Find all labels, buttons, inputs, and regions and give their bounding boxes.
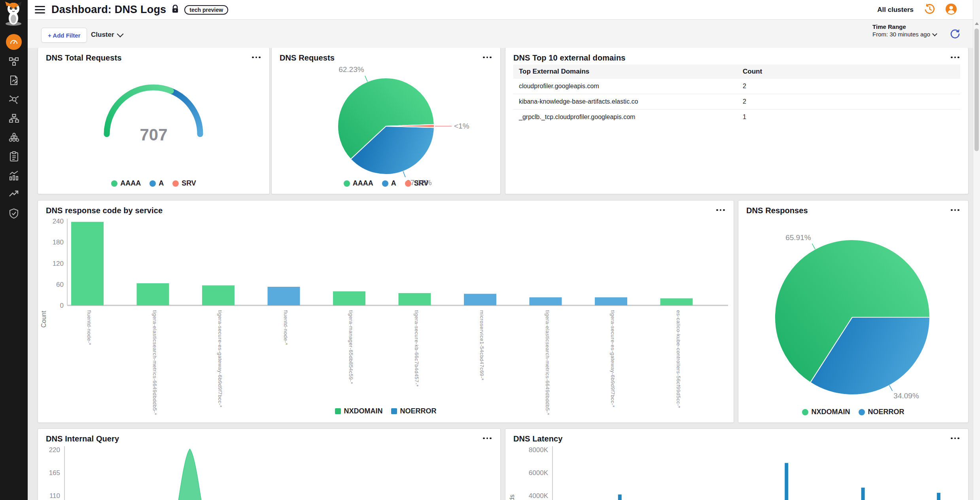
history-icon[interactable] [924,4,935,16]
legend-item[interactable]: A [149,179,164,188]
svg-text:tigera-secure-es-gateway-6b9d9: tigera-secure-es-gateway-6b9d9f7bcc-* [217,310,223,407]
sidebar-item-nodes[interactable] [0,110,28,127]
time-range-value: From: 30 minutes ago [872,31,930,38]
gauge-chart[interactable] [38,48,269,195]
table-cell: cloudprofiler.googleapis.com [513,83,737,90]
bar-chart[interactable]: 240180120600Countfluentd-node-*tigera-el… [38,201,734,424]
sidebar-item-compliance[interactable] [0,148,28,165]
legend-item[interactable]: SRV [172,179,196,188]
dashboard-gauge-icon [6,34,22,50]
svg-text:tigera-secure-kb-66c7b4d457-*: tigera-secure-kb-66c7b4d457-* [414,310,420,387]
sidebar-item-workloads[interactable] [0,129,28,146]
table-cell: 2 [737,83,960,90]
svg-text:65.91%: 65.91% [785,233,811,242]
table-row: kibana-knowledge-base-artifacts.elastic.… [513,94,960,110]
svg-text:Count: Count [40,311,47,328]
svg-text:tigera-secure-es-gateway-6b9d9: tigera-secure-es-gateway-6b9d9f7bcc-* [610,310,616,407]
svg-text:4000K: 4000K [529,492,549,500]
legend-item[interactable]: SRV [405,179,429,188]
panel-title: DNS Total Requests [46,53,121,62]
cluster-scope-selector[interactable]: All clusters [877,6,914,14]
panel-dns-responses: DNS Responses 65.91%34.09% NXDOMAINNOERR… [738,200,969,423]
legend-label: NOERROR [868,408,904,416]
table-row: _grpclb._tcp.cloudprofiler.googleapis.co… [513,110,960,125]
svg-text:6000K: 6000K [529,469,549,477]
table-header-row: Top External DomainsCount [513,64,960,79]
panel-menu-icon[interactable] [950,435,960,441]
svg-text:120: 120 [53,260,64,267]
scrollbar-thumb[interactable] [974,28,979,151]
policy-edit-icon [9,75,19,85]
svg-text:<1%: <1% [454,122,469,130]
vertical-scrollbar[interactable] [973,0,980,500]
chevron-down-icon [932,31,937,36]
panel-menu-icon[interactable] [251,54,261,61]
add-filter-button[interactable]: + Add Filter [41,28,87,43]
pie-chart[interactable]: 65.91%34.09% [738,201,968,424]
panel-title: DNS Top 10 external domains [513,53,626,62]
svg-text:fluentd-node-*: fluentd-node-* [283,310,289,345]
legend-item[interactable]: NOERROR [859,408,904,416]
table-column-header[interactable]: Top External Domains [513,68,737,76]
panel-title: DNS Latency [513,434,562,443]
svg-text:Nanoseconds: Nanoseconds [509,494,515,500]
panel-menu-icon[interactable] [482,54,492,61]
left-nav-sidebar [0,0,28,500]
pie-chart[interactable]: 62.23%37.62%<1% [272,48,500,195]
chart-legend: NXDOMAINNOERROR [38,407,734,415]
legend-item[interactable]: NXDOMAIN [802,408,850,416]
panel-dns-requests: DNS Requests 62.23%37.62%<1% AAAAASRV [271,47,501,194]
cluster-filter-dropdown[interactable]: Cluster [91,28,123,42]
sidebar-item-dashboards[interactable] [0,33,28,51]
legend-label: NXDOMAIN [811,408,850,416]
sidebar-item-activity[interactable] [0,167,28,184]
panel-menu-icon[interactable] [950,54,960,61]
table-cell: kibana-knowledge-base-artifacts.elastic.… [513,98,737,105]
nodes-sitemap-icon [9,113,19,124]
activity-chart-icon [9,170,19,181]
trend-arrow-icon [8,189,19,200]
legend-item[interactable]: A [382,179,396,188]
sidebar-item-service-graph[interactable] [0,53,28,70]
time-range-selector[interactable]: Time Range From: 30 minutes ago [872,23,936,38]
calico-cat-logo-icon[interactable] [1,1,26,28]
panel-dns-internal-query: DNS Internal Query 220165110 [38,428,501,500]
svg-text:tigera-elasticsearch-metrics-6: tigera-elasticsearch-metrics-6649dbddb5-… [152,310,158,415]
panel-title: DNS response code by service [46,206,163,215]
panel-menu-icon[interactable] [482,435,492,441]
hamburger-menu-icon[interactable] [35,6,45,13]
tech-preview-badge: tech preview [184,5,228,15]
panel-dns-total-requests: DNS Total Requests 707 AAAAASRV [38,47,270,194]
latency-bar-chart[interactable]: 8000K6000K4000KNanoseconds [505,429,968,500]
svg-text:0: 0 [60,302,64,309]
panel-dns-top-domains: DNS Top 10 external domains Top External… [505,47,969,194]
scroll-up-arrow-icon[interactable] [975,22,979,25]
legend-label: SRV [414,179,429,188]
sidebar-item-network-sets[interactable] [0,91,28,108]
svg-text:8000K: 8000K [529,446,549,454]
sidebar-item-trends[interactable] [0,186,28,203]
table-cell: _grpclb._tcp.cloudprofiler.googleapis.co… [513,114,737,121]
table-column-header[interactable]: Count [737,68,960,76]
network-graph-icon [9,94,19,105]
sidebar-item-threat-defense[interactable] [0,205,28,222]
panel-dns-response-code: DNS response code by service 24018012060… [38,200,734,423]
user-avatar-icon[interactable] [945,3,957,17]
legend-label: NOERROR [400,407,436,415]
panel-menu-icon[interactable] [715,207,726,213]
legend-item[interactable]: AAAA [344,179,373,188]
svg-text:fluentd-node-*: fluentd-node-* [86,310,92,345]
panel-title: DNS Internal Query [46,434,119,443]
legend-swatch-icon [405,180,411,187]
sidebar-item-policies[interactable] [0,72,28,89]
legend-label: A [159,179,164,188]
svg-text:tigera-manager-65db854c59-*: tigera-manager-65db854c59-* [348,310,354,384]
legend-item[interactable]: AAAA [111,179,141,188]
legend-label: SRV [182,179,196,188]
refresh-button[interactable] [949,28,961,40]
legend-item[interactable]: NXDOMAIN [335,407,382,415]
legend-swatch-icon [172,180,179,187]
legend-item[interactable]: NOERROR [391,407,436,415]
svg-text:microservice1-54cbd47c69-*: microservice1-54cbd47c69-* [479,310,485,381]
panel-menu-icon[interactable] [950,207,960,213]
